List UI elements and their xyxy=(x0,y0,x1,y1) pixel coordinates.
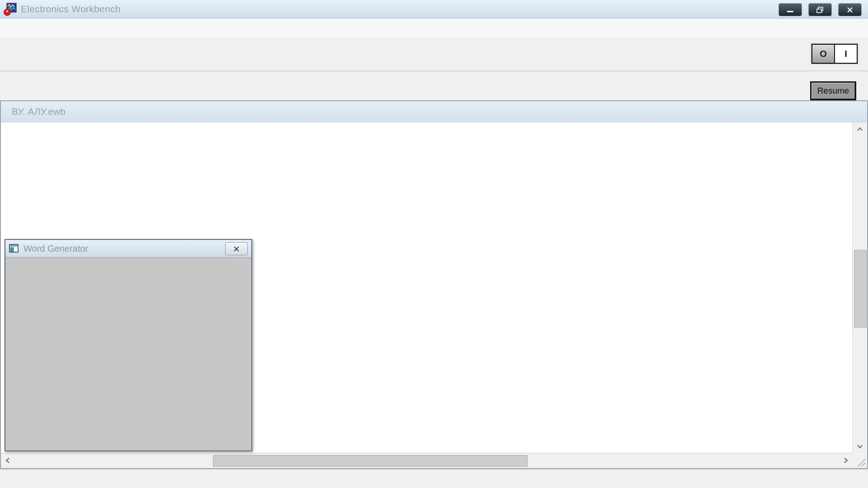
document-title: ВУ. АЛУ.ewb xyxy=(1,101,867,122)
word-generator-title: Word Generator xyxy=(24,244,88,254)
word-generator-dialog: Word Generator xyxy=(5,239,252,451)
word-generator-title-bar[interactable]: Word Generator xyxy=(5,240,251,258)
dialog-close-button[interactable] xyxy=(225,242,248,255)
power-on-label: I xyxy=(834,44,858,64)
power-off-label: O xyxy=(811,44,834,64)
close-button[interactable] xyxy=(838,3,862,16)
vertical-scrollbar[interactable] xyxy=(852,122,867,453)
restore-button[interactable] xyxy=(808,3,832,16)
scroll-right-button[interactable] xyxy=(839,453,853,468)
scroll-down-button[interactable] xyxy=(853,440,867,453)
scroll-left-button[interactable] xyxy=(1,453,14,468)
resize-grip[interactable] xyxy=(853,454,867,468)
scroll-up-button[interactable] xyxy=(853,122,867,136)
resume-button[interactable]: Resume xyxy=(810,81,856,100)
window-title: Electronics Workbench xyxy=(21,4,121,14)
parts-bin-toolbar xyxy=(0,71,868,100)
electronics-workbench-window: { "window": {"title": "Electronics Workb… xyxy=(0,0,868,488)
app-icon xyxy=(4,3,17,16)
horizontal-scroll-thumb[interactable] xyxy=(213,455,528,467)
menu-bar xyxy=(0,19,868,39)
main-toolbar xyxy=(0,39,868,71)
status-bar xyxy=(0,469,868,488)
title-bar: Electronics Workbench xyxy=(0,0,868,19)
vertical-scroll-thumb[interactable] xyxy=(854,250,867,328)
word-generator-body xyxy=(5,257,251,450)
minimize-button[interactable] xyxy=(778,3,802,16)
word-generator-icon xyxy=(9,244,19,253)
power-switch[interactable]: O I xyxy=(811,43,858,64)
horizontal-scrollbar[interactable] xyxy=(1,453,853,468)
